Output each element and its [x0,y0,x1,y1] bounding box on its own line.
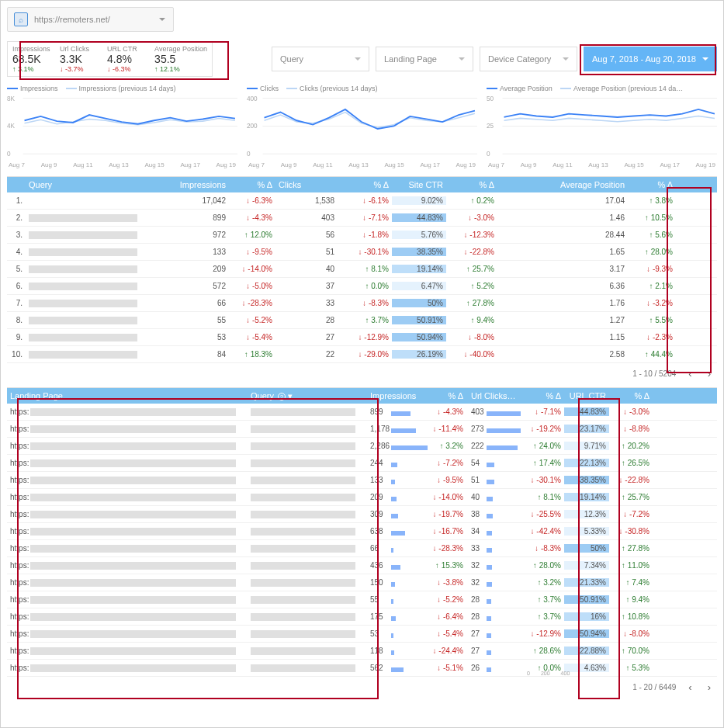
rank: 10. [7,350,26,359]
svg-text:0: 0 [7,151,11,158]
ctr-delta: -7.2% [609,510,653,518]
table-row[interactable]: https: 150 -3.8% 32 3.2% 21.33% 7.4% [7,574,717,591]
line-chart: Average Position Average Position (previ… [487,85,717,170]
table-row[interactable]: https: 436 15.3% 32 28.0% 7.34% 11.0% [7,557,717,574]
landing-page-cell: https: [7,664,248,672]
clicks-delta: -29.0% [338,350,392,359]
col-ctr-delta[interactable]: % Δ [446,180,497,189]
next-page-button[interactable]: › [705,368,714,380]
table-row[interactable]: https: 2,286 3.2% 222 24.0% 9.71% 20.2% [7,438,717,455]
col-clicks[interactable]: Clicks [275,180,338,189]
ctr-delta: 27.8% [446,299,497,307]
col-impressions[interactable]: Impressions [364,391,428,400]
table-row[interactable]: https: 899 -4.3% 403 -7.1% 44.83% -3.0% [7,404,717,421]
col-impr-delta[interactable]: % Δ [229,180,275,189]
clicks-cell: 51 [466,476,521,484]
table-row[interactable]: 3. 972 12.0% 56 -1.8% 5.76% -12.3% 28.44… [7,227,717,244]
clicks-delta: 28.6% [521,647,564,655]
table-row[interactable]: https: 562 -5.1% 26 0.0% 4.63% 5.3% [7,660,717,677]
line-chart: Clicks Clicks (previous 14 days) 0200400… [247,85,477,170]
table-row[interactable]: 10. 84 18.3% 22 -29.0% 26.19% -40.0% 2.5… [7,346,717,363]
table-row[interactable]: https: 175 -6.4% 28 3.7% 16% 10.8% [7,608,717,626]
table-row[interactable]: https: 309 -19.7% 38 -25.5% 12.3% -7.2% [7,506,717,523]
table-row[interactable]: https: 53 -5.4% 27 -12.9% 50.94% -8.0% [7,626,717,643]
col-query[interactable]: Query ? ▾ [248,391,364,401]
chart-svg: 02550 [487,95,717,161]
prev-page-button[interactable]: ‹ [685,368,695,380]
impr-delta: -9.5% [229,248,275,256]
table-row[interactable]: 8. 55 -5.2% 28 3.7% 50.91% 9.4% 1.27 5.5… [7,312,717,329]
pos-delta: 10.5% [628,213,676,222]
impr-delta: -14.0% [229,265,275,273]
metric-value: 35.5 [154,53,207,65]
table-row[interactable]: https: 638 -16.7% 34 -42.4% 5.33% -30.8% [7,523,717,540]
table-row[interactable]: https: 209 -14.0% 40 8.1% 19.14% 25.7% [7,489,717,506]
clicks-cell: 27 [466,629,521,638]
col-impr-delta[interactable]: % Δ [428,391,466,400]
table-row[interactable]: 2. 899 -4.3% 403 -7.1% 44.83% -3.0% 1.46… [7,210,717,227]
landing-page-cell: https: [7,629,248,638]
table-row[interactable]: 7. 66 -28.3% 33 -8.3% 50% 27.8% 1.76 -3.… [7,295,717,312]
next-page-button[interactable]: › [705,681,714,693]
table-row[interactable]: 9. 53 -5.4% 27 -12.9% 50.94% -8.0% 1.15 … [7,329,717,346]
ctr-cell: 44.83% [392,213,446,222]
date-range-filter[interactable]: Aug 7, 2018 - Aug 20, 2018 [584,47,717,71]
col-ctr-delta[interactable]: % Δ [609,391,653,400]
col-ctr[interactable]: URL CTR [564,391,609,400]
impr-delta: -4.3% [428,407,466,416]
impr-cell: 66 [159,299,229,307]
table-row[interactable]: https: 133 -9.5% 51 -30.1% 38.35% -22.8% [7,472,717,489]
query-filter[interactable]: Query [272,47,369,71]
ctr-cell: 38.35% [392,248,446,256]
clicks-delta: -7.1% [521,407,564,416]
prev-page-button[interactable]: ‹ [685,681,695,693]
ctr-cell: 50% [564,544,609,553]
device-filter[interactable]: Device Category [480,47,577,71]
metric-delta: 3.1% [12,65,50,73]
site-selector[interactable]: ⌕ https://remoters.net/ [7,7,174,32]
col-pos-delta[interactable]: % Δ [628,180,676,189]
metric-value: 68.5K [12,53,50,65]
legend-item: Impressions (previous 14 days) [66,85,176,92]
col-clicks-delta[interactable]: % Δ [338,180,392,189]
metric-label: Average Position [154,45,207,53]
ctr-delta: -8.0% [609,629,653,638]
table-row[interactable]: https: 66 -28.3% 33 -8.3% 50% 27.8% [7,540,717,557]
table1-pager: 1 - 10 / 5204 ‹ › [7,363,717,384]
ctr-cell: 38.35% [564,476,609,484]
clicks-cell: 403 [275,213,338,222]
table-row[interactable]: 5. 209 -14.0% 40 8.1% 19.14% 25.7% 3.17 … [7,261,717,278]
landing-page-filter[interactable]: Landing Page [376,47,473,71]
table-row[interactable]: 6. 572 -5.0% 37 0.0% 6.47% 5.2% 6.36 2.1… [7,278,717,295]
ctr-cell: 4.63% [564,664,609,672]
query-cell [248,595,364,604]
clicks-delta: -8.3% [521,544,564,553]
col-clicks-delta[interactable]: % Δ [521,391,564,400]
metric-label: Impressions [12,45,50,53]
pos-cell: 6.36 [497,282,628,290]
ctr-cell: 50.91% [564,595,609,604]
clicks-cell: 28 [466,595,521,604]
col-landing-page[interactable]: Landing Page [7,391,248,400]
table-row[interactable]: https: 244 -7.2% 54 17.4% 22.13% 26.5% [7,455,717,472]
legend-item: Clicks [247,85,279,92]
col-query[interactable]: Query [26,180,159,189]
query-cell [248,578,364,587]
query-cell [248,459,364,467]
ctr-delta: -3.0% [446,213,497,222]
ctr-cell: 44.83% [564,407,609,416]
table-row[interactable]: https: 1,178 -11.4% 273 -19.2% 23.17% -8… [7,421,717,438]
ctr-delta: 70.0% [609,647,653,655]
ctr-delta: -8.8% [609,425,653,433]
table-row[interactable]: https: 55 -5.2% 28 3.7% 50.91% 9.4% [7,591,717,608]
col-clicks[interactable]: Url Clicks ? ▾ [466,391,521,401]
col-impressions[interactable]: Impressions [159,180,229,189]
table-row[interactable]: 1. 17,042 -6.3% 1,538 -6.1% 9.02% 0.2% 1… [7,192,717,210]
col-ctr[interactable]: Site CTR [392,180,446,189]
ctr-delta: -22.8% [609,476,653,484]
impr-delta: -16.7% [428,527,466,536]
col-position[interactable]: Average Position [497,180,628,189]
landing-page-cell: https: [7,544,248,553]
table-row[interactable]: https: 118 -24.4% 27 28.6% 22.88% 70.0% [7,643,717,660]
table-row[interactable]: 4. 133 -9.5% 51 -30.1% 38.35% -22.8% 1.6… [7,244,717,261]
